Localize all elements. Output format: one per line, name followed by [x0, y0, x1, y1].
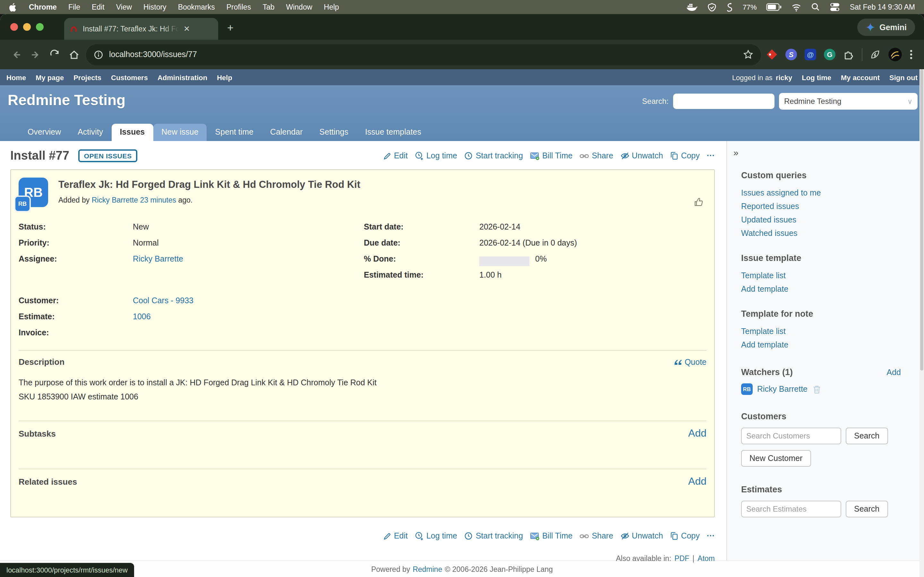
- sidebar-link-issues-assigned[interactable]: Issues assigned to me: [741, 189, 821, 197]
- start-tracking-link[interactable]: Start tracking: [464, 532, 523, 540]
- unwatch-link[interactable]: Unwatch: [620, 532, 663, 540]
- watcher-name-link[interactable]: Ricky Barrette: [757, 385, 808, 394]
- edit-link[interactable]: Edit: [383, 532, 408, 540]
- delete-watcher-icon[interactable]: [812, 384, 821, 394]
- forward-icon[interactable]: [26, 45, 45, 64]
- tab-overview[interactable]: Overview: [19, 124, 69, 141]
- tab-new-issue[interactable]: New issue: [153, 124, 207, 141]
- sidebar-link-note-template-list[interactable]: Template list: [741, 327, 786, 336]
- profile-avatar[interactable]: [888, 47, 902, 61]
- menu-app-name[interactable]: Chrome: [29, 3, 57, 11]
- top-menu-sign-out[interactable]: Sign out: [889, 73, 918, 81]
- add-watcher-link[interactable]: Add: [887, 367, 901, 377]
- logged-in-user[interactable]: ricky: [776, 73, 792, 81]
- edit-link[interactable]: Edit: [383, 151, 408, 160]
- grammarly-icon[interactable]: G: [824, 49, 835, 60]
- browser-scrollbar[interactable]: [919, 69, 924, 577]
- tab-settings[interactable]: Settings: [311, 124, 357, 141]
- close-window-button[interactable]: [10, 23, 18, 31]
- redmine-link[interactable]: Redmine: [413, 566, 442, 573]
- url-text[interactable]: localhost:3000/issues/77: [109, 50, 737, 59]
- ext-indigo-icon[interactable]: S: [785, 49, 797, 60]
- bill-time-link[interactable]: Bill Time: [530, 151, 572, 160]
- author-link[interactable]: Ricky Barrette: [92, 196, 138, 204]
- estimate-link[interactable]: 1006: [133, 312, 151, 321]
- customer-link[interactable]: Cool Cars - 9933: [133, 296, 194, 305]
- gemini-button[interactable]: Gemini: [857, 19, 915, 36]
- extensions-puzzle-icon[interactable]: [843, 49, 854, 60]
- search-estimates-button[interactable]: Search: [846, 501, 888, 517]
- ext-red-icon[interactable]: [766, 49, 778, 60]
- back-icon[interactable]: [6, 45, 26, 64]
- top-menu-customers[interactable]: Customers: [111, 73, 148, 81]
- reload-icon[interactable]: [45, 45, 64, 64]
- menu-item-history[interactable]: History: [144, 3, 166, 11]
- search-input[interactable]: [673, 93, 774, 109]
- top-menu-my-account[interactable]: My account: [841, 73, 880, 81]
- minimize-window-button[interactable]: [23, 23, 31, 31]
- sidebar-link-note-add-template[interactable]: Add template: [741, 340, 788, 350]
- assignee-link[interactable]: Ricky Barrette: [133, 255, 183, 263]
- project-select[interactable]: Redmine Testing ∨: [779, 93, 918, 110]
- top-menu-help[interactable]: Help: [217, 73, 232, 81]
- tab-issue-templates[interactable]: Issue templates: [357, 124, 430, 141]
- collapse-sidebar-icon[interactable]: »: [733, 147, 901, 158]
- log-time-link[interactable]: Log time: [415, 151, 457, 160]
- search-estimates-input[interactable]: [741, 501, 841, 517]
- share-link[interactable]: Share: [580, 151, 614, 160]
- docker-icon[interactable]: [687, 3, 698, 11]
- browser-tab[interactable]: Install #77: Teraflex Jk: Hd Fo ✕: [64, 18, 218, 40]
- unwatch-link[interactable]: Unwatch: [620, 151, 663, 160]
- menu-item-view[interactable]: View: [116, 3, 132, 11]
- copy-link[interactable]: Copy: [670, 532, 700, 540]
- sidebar-link-reported-issues[interactable]: Reported issues: [741, 202, 799, 211]
- address-bar[interactable]: localhost:3000/issues/77: [86, 44, 761, 65]
- scrollbar-thumb[interactable]: [920, 69, 923, 371]
- sidebar-link-template-list[interactable]: Template list: [741, 271, 786, 280]
- top-menu-log-time[interactable]: Log time: [802, 73, 831, 81]
- thumbs-up-icon[interactable]: [694, 197, 704, 207]
- menu-item-help[interactable]: Help: [324, 3, 339, 11]
- sidebar-link-watched-issues[interactable]: Watched issues: [741, 229, 798, 238]
- add-subtask-link[interactable]: Add: [688, 428, 706, 439]
- home-icon[interactable]: [64, 45, 83, 64]
- log-time-link[interactable]: Log time: [415, 532, 457, 540]
- added-time-link[interactable]: 23 minutes: [140, 196, 176, 204]
- menu-kebab-icon[interactable]: [910, 49, 913, 60]
- quote-link[interactable]: Quote: [674, 358, 706, 366]
- tab-spent-time[interactable]: Spent time: [207, 124, 262, 141]
- search-customers-button[interactable]: Search: [846, 428, 888, 444]
- start-tracking-link[interactable]: Start tracking: [464, 151, 523, 160]
- tab-issues[interactable]: Issues: [111, 124, 153, 141]
- tab-calendar[interactable]: Calendar: [262, 124, 311, 141]
- new-tab-button[interactable]: +: [227, 22, 234, 40]
- battery-saver-icon[interactable]: [870, 49, 880, 60]
- new-customer-button[interactable]: New Customer: [741, 450, 811, 467]
- menu-item-file[interactable]: File: [68, 3, 80, 11]
- more-actions-button[interactable]: ···: [707, 532, 715, 540]
- bookmark-star-icon[interactable]: [743, 49, 753, 60]
- ext-blue-icon[interactable]: @: [804, 49, 816, 60]
- control-center-icon[interactable]: [830, 3, 840, 11]
- tab-close-icon[interactable]: ✕: [184, 24, 190, 33]
- menu-item-profiles[interactable]: Profiles: [226, 3, 251, 11]
- share-link[interactable]: Share: [580, 532, 614, 540]
- sidebar-link-add-template[interactable]: Add template: [741, 285, 788, 293]
- menu-item-edit[interactable]: Edit: [92, 3, 105, 11]
- atom-link[interactable]: Atom: [698, 554, 715, 562]
- add-related-issue-link[interactable]: Add: [688, 476, 706, 487]
- site-info-icon[interactable]: [94, 50, 103, 59]
- tab-activity[interactable]: Activity: [69, 124, 111, 141]
- checkmark-app-icon[interactable]: [708, 2, 717, 12]
- snake-icon[interactable]: [727, 2, 733, 12]
- top-menu-home[interactable]: Home: [6, 73, 26, 81]
- bill-time-link[interactable]: Bill Time: [530, 532, 572, 540]
- sidebar-link-updated-issues[interactable]: Updated issues: [741, 215, 796, 224]
- open-issues-badge[interactable]: OPEN ISSUES: [78, 149, 137, 162]
- pdf-link[interactable]: PDF: [674, 554, 689, 562]
- copy-link[interactable]: Copy: [670, 151, 700, 160]
- menu-item-tab[interactable]: Tab: [262, 3, 274, 11]
- menu-item-bookmarks[interactable]: Bookmarks: [178, 3, 215, 11]
- spotlight-icon[interactable]: [811, 3, 821, 11]
- search-customers-input[interactable]: [741, 428, 841, 444]
